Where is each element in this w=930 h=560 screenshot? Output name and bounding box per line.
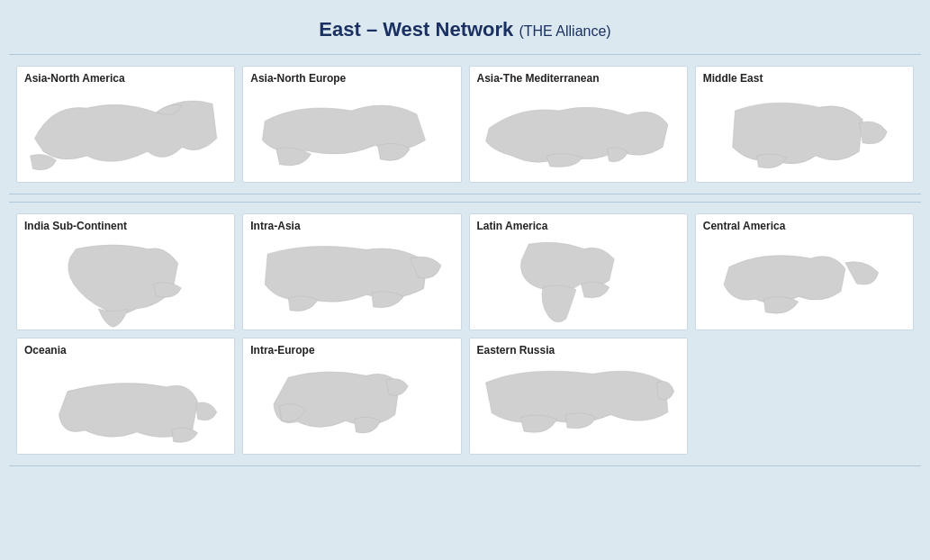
card-label-intra-europe: Intra-Europe [250,344,314,357]
map-visual-asia-north-america [17,86,234,182]
card-india-sub-continent[interactable]: India Sub-Continent [16,213,235,330]
section-2-row1-grid: India Sub-Continent Intra-Asia [16,213,914,330]
card-label-middle-east: Middle East [703,72,763,85]
card-label-oceania: Oceania [24,344,67,357]
card-middle-east[interactable]: Middle East [695,66,914,183]
card-intra-europe[interactable]: Intra-Europe [242,338,461,455]
map-visual-central-america [696,234,913,330]
map-visual-intra-asia [243,234,460,330]
card-label-intra-asia: Intra-Asia [250,220,300,232]
card-intra-asia[interactable]: Intra-Asia [242,213,461,330]
card-label-eastern-russia: Eastern Russia [477,344,555,357]
card-asia-north-america[interactable]: Asia-North America [16,66,235,183]
card-label-central-america: Central America [703,220,786,232]
card-label-latin-america: Latin America [477,220,548,232]
card-asia-mediterranean[interactable]: Asia-The Mediterranean [469,66,688,183]
map-visual-eastern-russia [470,358,687,454]
map-visual-oceania [17,358,234,454]
section-2-row2-grid: Oceania Intra-Europe East [16,338,914,455]
card-label-asia-north-america: Asia-North America [24,72,125,85]
map-visual-asia-north-europe [243,86,460,182]
map-visual-latin-america [470,234,687,330]
map-visual-middle-east [696,86,913,182]
card-label-asia-mediterranean: Asia-The Mediterranean [477,72,600,85]
section-1: Asia-North America Asia-North Europe [9,54,921,194]
map-visual-intra-europe [243,358,460,454]
map-visual-india-sub-continent [17,234,234,330]
section-1-grid: Asia-North America Asia-North Europe [16,66,914,183]
section-2: India Sub-Continent Intra-Asia [9,202,921,466]
card-oceania[interactable]: Oceania [16,338,235,455]
card-eastern-russia[interactable]: Eastern Russia [469,338,688,455]
card-asia-north-europe[interactable]: Asia-North Europe [242,66,461,183]
card-latin-america[interactable]: Latin America [469,213,688,330]
card-label-asia-north-europe: Asia-North Europe [250,72,346,85]
card-label-india-sub-continent: India Sub-Continent [24,220,127,232]
map-visual-asia-mediterranean [470,86,687,182]
card-central-america[interactable]: Central America [695,213,914,330]
page-title: East – West Network (THE Alliance) [9,18,921,41]
